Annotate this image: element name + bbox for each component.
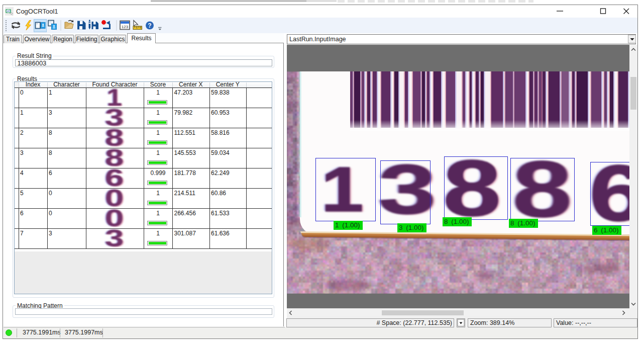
svg-text:?: ? — [148, 22, 151, 29]
svg-text:123: 123 — [6, 10, 11, 13]
svg-text:123: 123 — [122, 25, 129, 29]
